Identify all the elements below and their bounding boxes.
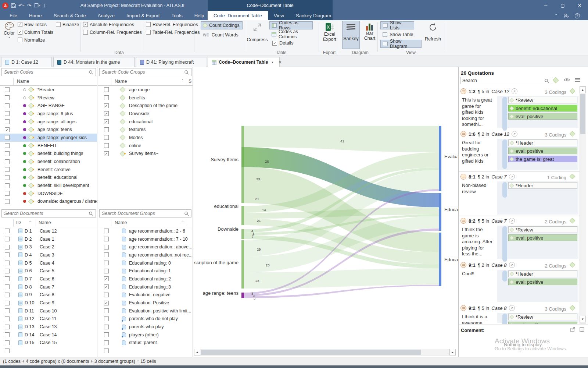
ribbon-checkbox-row-rel-frequencies[interactable]: Row-Rel. Frequencies	[146, 22, 198, 27]
show-lists-toggle[interactable]: Show Lists	[380, 21, 414, 29]
menu-analyze[interactable]: Analyze	[92, 11, 121, 20]
code-checkbox[interactable]	[5, 87, 10, 92]
go-to-quotation-icon[interactable]: ↗	[509, 174, 515, 180]
document-group-row[interactable]: Evaluation: positive with limit...	[98, 307, 193, 315]
document-row-partial[interactable]	[0, 347, 97, 355]
document-checkbox[interactable]	[5, 276, 10, 281]
contextual-tab-code-document-table[interactable]: Code–Document Table	[208, 11, 268, 20]
code-group-checkbox[interactable]: ✓	[104, 111, 109, 116]
close-button[interactable]: ✕	[571, 0, 588, 11]
details-checkbox[interactable]: ✓ Details	[270, 39, 295, 47]
sankey-node-description[interactable]	[241, 240, 244, 289]
code-row[interactable]: age range: younger kids	[0, 134, 97, 142]
quotation-card[interactable]: 8:1¶ 2 inCase 7↗1 CodingNon-biased revie…	[459, 171, 580, 216]
code-group-row[interactable]: features	[98, 125, 193, 134]
code-checkbox[interactable]	[5, 191, 10, 196]
doc-tab-4[interactable]: Code–Document Table▾✕	[208, 57, 280, 67]
document-group-checkbox[interactable]	[104, 269, 109, 273]
code-row[interactable]: age range: all ages	[0, 118, 97, 126]
sankey-button[interactable]: Sankey	[342, 21, 360, 49]
document-group-checkbox[interactable]	[104, 340, 109, 345]
document-group-checkbox[interactable]	[104, 332, 109, 337]
code-row[interactable]: age range: 9 plus	[0, 110, 97, 118]
document-group-checkbox[interactable]	[104, 245, 109, 250]
document-group-row[interactable]: players (other)	[98, 331, 193, 339]
document-group-checkbox[interactable]: ✓	[104, 301, 109, 305]
document-row[interactable]: D 9Case 8	[0, 291, 97, 299]
code-row[interactable]: DOWNSIDE	[0, 190, 97, 198]
code-row[interactable]: ✓age range: teens	[0, 125, 97, 134]
document-group-checkbox[interactable]	[104, 261, 109, 265]
quotation-card[interactable]: 9:1¶ 2 inCase 8↗2 CodingsCool!!*Headerev…	[459, 260, 580, 303]
document-group-row[interactable]: ✓Educational rating::3	[98, 283, 193, 291]
minimize-button[interactable]: ─	[537, 0, 554, 11]
contextual-tab-view[interactable]: View	[268, 11, 290, 20]
document-row[interactable]: D 14Case 14	[0, 331, 97, 339]
sankey-scrollbar-thumb[interactable]	[201, 350, 421, 355]
code-groups-list-header[interactable]: Name ⌃ S	[98, 77, 193, 86]
document-group-row[interactable]: age recommendation:: 7 - 10	[98, 235, 193, 243]
document-row[interactable]: D 11Case 10	[0, 307, 97, 315]
scroll-up-arrow[interactable]: ▲	[580, 86, 586, 93]
save-icon[interactable]	[11, 3, 16, 8]
open-comment-editor-icon[interactable]	[570, 327, 575, 332]
sort-ascending-icon[interactable]: ⌃	[181, 220, 184, 224]
document-checkbox[interactable]	[5, 308, 10, 313]
document-group-checkbox[interactable]	[104, 229, 109, 233]
ribbon-checkbox-row-totals[interactable]: ✓Row Totals	[18, 22, 47, 27]
count-codings-button[interactable]: Count Codings	[201, 21, 243, 29]
code-row[interactable]: Benefit: creative	[0, 166, 97, 174]
document-group-row[interactable]: Educational rating: 0	[98, 259, 193, 267]
document-group-checkbox[interactable]	[104, 252, 109, 257]
menu-search-code[interactable]: Search & Code	[48, 11, 92, 20]
maximize-button[interactable]: ▢	[554, 0, 571, 11]
code-row[interactable]: benefit: educational	[0, 174, 97, 182]
menu-tools[interactable]: Tools	[165, 11, 188, 20]
document-group-row[interactable]: parents who do not play	[98, 315, 193, 323]
code-group-row[interactable]: benefits	[98, 94, 193, 102]
sort-ascending-icon[interactable]: ⌃	[29, 220, 32, 224]
code-row[interactable]: BENEFIT	[0, 142, 97, 150]
document-group-row[interactable]: status::parent	[98, 339, 193, 347]
compress-button[interactable]: Compress	[247, 22, 268, 42]
collapse-ribbon-icon[interactable]: ⌃	[555, 13, 558, 18]
document-group-row[interactable]: Evaluation: negative	[98, 291, 193, 299]
code-group-row[interactable]: ✓Downside	[98, 110, 193, 118]
document-row[interactable]: D 10Case 9	[0, 299, 97, 307]
quotation-card[interactable]: 9:2¶ 5 inCase 8↗3 CodingsI think it is a…	[459, 303, 580, 324]
code-checkbox[interactable]	[5, 159, 10, 164]
sort-ascending-icon[interactable]: ⌃	[181, 79, 184, 83]
document-checkbox[interactable]	[5, 301, 10, 305]
user-settings-icon[interactable]	[564, 14, 569, 18]
code-checkbox[interactable]	[5, 95, 10, 100]
code-chip[interactable]: eval: positive	[508, 113, 577, 120]
code-chip[interactable]: the game is: great	[508, 156, 577, 162]
code-checkbox[interactable]	[5, 135, 10, 140]
document-row[interactable]: D 4Case 3	[0, 251, 97, 259]
ribbon-checkbox-table-rel-frequencies[interactable]: Table-Rel. Frequencies	[146, 29, 200, 35]
document-checkbox[interactable]	[5, 237, 10, 241]
code-row[interactable]: benefit: collaboration	[0, 158, 97, 166]
code-group-checkbox[interactable]	[104, 135, 109, 140]
code-checkbox[interactable]	[5, 175, 10, 180]
refresh-button[interactable]: Refresh	[424, 22, 441, 42]
document-checkbox[interactable]	[5, 325, 10, 329]
ribbon-checkbox-absolute-frequencies[interactable]: ✓Absolute Frequencies	[83, 22, 134, 27]
code-chip[interactable]: *Header	[508, 139, 577, 146]
documents-list-header[interactable]: ID ⌃ Name	[0, 219, 97, 227]
code-group-row[interactable]: online	[98, 142, 193, 150]
document-group-row-partial[interactable]	[98, 347, 193, 355]
contextual-tab-sankey-diagram[interactable]: Sankey Diagram	[290, 11, 337, 20]
codes-as-columns-button[interactable]: Codes as Columns	[269, 30, 317, 38]
document-checkbox[interactable]	[5, 293, 10, 297]
document-row[interactable]: D 12Case 11	[0, 315, 97, 323]
document-groups-list-header[interactable]: Name ⌃	[98, 219, 193, 227]
help-icon[interactable]: ?	[575, 13, 580, 18]
code-group-row[interactable]: ✓educational	[98, 118, 193, 126]
document-group-row[interactable]: parents who play	[98, 323, 193, 331]
show-diagram-toggle[interactable]: Show Diagram	[380, 40, 422, 48]
document-checkbox[interactable]	[5, 340, 10, 345]
menu-home[interactable]: Home	[23, 11, 48, 20]
document-group-row[interactable]: age recommendation:: above...	[98, 243, 193, 251]
document-row[interactable]: D 5Case 4	[0, 259, 97, 267]
